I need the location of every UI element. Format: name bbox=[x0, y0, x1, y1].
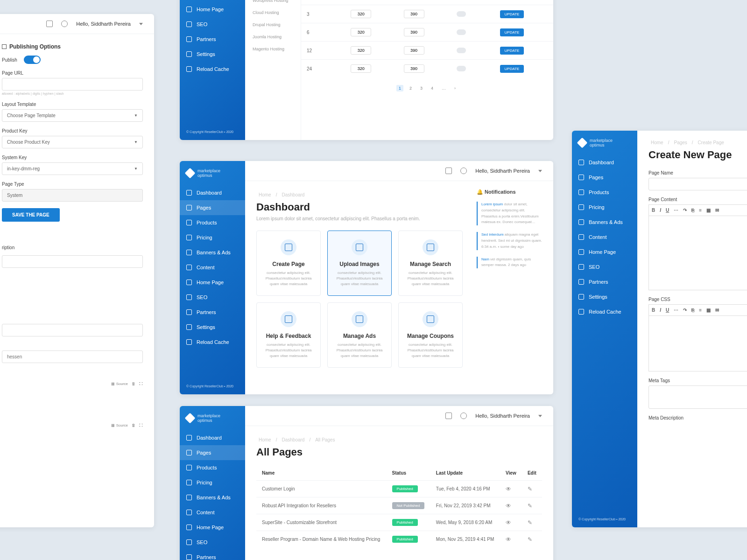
update-button[interactable]: UPDATE bbox=[500, 28, 524, 36]
sidebar-item-settings[interactable]: Settings bbox=[180, 47, 245, 62]
url-input[interactable] bbox=[2, 78, 143, 91]
mail-icon[interactable]: ✉ bbox=[715, 308, 719, 313]
italic-icon[interactable]: I bbox=[660, 208, 661, 213]
underline-icon[interactable]: U bbox=[666, 308, 669, 313]
more-icon[interactable]: ⋯ bbox=[674, 308, 678, 313]
sidebar-item-reload-cache[interactable]: Reload Cache bbox=[572, 304, 637, 319]
view-icon[interactable]: 👁 bbox=[506, 536, 511, 543]
dashboard-card[interactable]: Upload Imagesconsectetur adipiscing elit… bbox=[327, 231, 392, 296]
promo-toggle[interactable] bbox=[457, 11, 466, 17]
sidebar-item-home-page[interactable]: Home Page bbox=[180, 2, 245, 17]
update-button[interactable]: UPDATE bbox=[500, 10, 524, 18]
sidebar-item-pages[interactable]: Pages bbox=[180, 445, 245, 460]
sidebar-item-home-page[interactable]: Home Page bbox=[180, 520, 245, 535]
pagename-input[interactable] bbox=[648, 178, 747, 190]
sidebar-item-seo[interactable]: SEO bbox=[572, 259, 637, 274]
update-button[interactable]: UPDATE bbox=[500, 65, 524, 73]
sidebar-item-settings[interactable]: Settings bbox=[180, 320, 245, 335]
bold-icon[interactable]: B bbox=[652, 208, 655, 213]
page-num[interactable]: 3 bbox=[418, 85, 425, 91]
expand-icon-2[interactable]: ⛶ bbox=[139, 423, 143, 427]
sidebar-item-banners-ads[interactable]: Banners & Ads bbox=[180, 245, 245, 260]
sidebar-item-banners-ads[interactable]: Banners & Ads bbox=[572, 215, 637, 230]
sidebar-item-content[interactable]: Content bbox=[180, 260, 245, 275]
view-icon[interactable]: 👁 bbox=[506, 519, 511, 526]
sidebar-item-dashboard[interactable]: Dashboard bbox=[180, 185, 245, 200]
settings-icon[interactable] bbox=[460, 413, 467, 419]
hosting-item[interactable]: Joomla Hosting bbox=[245, 31, 301, 43]
more-icon[interactable]: ⋯ bbox=[674, 208, 678, 213]
renewal-input[interactable] bbox=[404, 28, 424, 36]
hessen-input[interactable] bbox=[2, 350, 143, 363]
chevron-down-icon[interactable] bbox=[538, 415, 542, 417]
settings-icon[interactable] bbox=[460, 168, 467, 174]
save-button[interactable]: SAVE THE PAGE bbox=[2, 208, 60, 222]
sidebar-item-dashboard[interactable]: Dashboard bbox=[180, 430, 245, 445]
hosting-item[interactable]: Drupal Hosting bbox=[245, 19, 301, 31]
promo-toggle[interactable] bbox=[457, 29, 466, 35]
dashboard-card[interactable]: Help & Feedbackconsectetur adipiscing el… bbox=[256, 302, 321, 368]
sidebar-item-partners[interactable]: Partners bbox=[180, 32, 245, 47]
sidebar-item-home-page[interactable]: Home Page bbox=[180, 275, 245, 290]
chevron-down-icon[interactable] bbox=[139, 23, 143, 25]
sidebar-item-pages[interactable]: Pages bbox=[180, 200, 245, 215]
sidebar-item-pages[interactable]: Pages bbox=[572, 170, 637, 185]
trash-icon-2[interactable]: 🗑 bbox=[132, 423, 135, 427]
mode-icon[interactable] bbox=[445, 413, 452, 419]
edit-icon[interactable]: ✎ bbox=[528, 503, 532, 509]
add-input[interactable] bbox=[351, 64, 371, 73]
page-num[interactable]: 2 bbox=[407, 85, 414, 91]
sidebar-item-products[interactable]: Products bbox=[180, 215, 245, 230]
layout-select[interactable]: Choose Page Template▼ bbox=[2, 109, 143, 122]
sidebar-item-banners-ads[interactable]: Banners & Ads bbox=[180, 490, 245, 505]
promo-toggle[interactable] bbox=[457, 48, 466, 53]
trash-icon[interactable]: 🗑 bbox=[132, 382, 135, 386]
desc-input[interactable] bbox=[2, 255, 143, 268]
source-link[interactable]: ▦ Source bbox=[111, 382, 128, 386]
redo-icon[interactable]: ↷ bbox=[683, 308, 687, 313]
edit-icon[interactable]: ✎ bbox=[528, 536, 532, 543]
add-input[interactable] bbox=[351, 28, 371, 36]
edit-icon[interactable]: ✎ bbox=[528, 486, 532, 492]
sidebar-item-home-page[interactable]: Home Page bbox=[572, 245, 637, 259]
product-select[interactable]: Choose Product Key▼ bbox=[2, 136, 143, 148]
redo-icon[interactable]: ↷ bbox=[683, 208, 687, 213]
renewal-input[interactable] bbox=[404, 46, 424, 55]
sidebar-item-seo[interactable]: SEO bbox=[180, 535, 245, 550]
sidebar-item-seo[interactable]: SEO bbox=[180, 17, 245, 32]
sidebar-item-dashboard[interactable]: Dashboard bbox=[572, 155, 637, 170]
grid-icon[interactable]: ▦ bbox=[706, 308, 711, 313]
page-num[interactable]: 4 bbox=[429, 85, 436, 91]
update-button[interactable]: UPDATE bbox=[500, 47, 524, 55]
extra-input-1[interactable] bbox=[2, 324, 143, 336]
hosting-item[interactable]: Cloud Hosting bbox=[245, 7, 301, 19]
list-icon[interactable]: ≡ bbox=[699, 308, 702, 313]
sidebar-item-reload-cache[interactable]: Reload Cache bbox=[180, 62, 245, 77]
list-icon[interactable]: ≡ bbox=[699, 208, 702, 213]
sidebar-item-settings[interactable]: Settings bbox=[572, 289, 637, 304]
bold-icon[interactable]: B bbox=[652, 308, 655, 313]
grid-icon[interactable]: ▦ bbox=[706, 208, 711, 213]
sidebar-item-products[interactable]: Products bbox=[572, 185, 637, 200]
sidebar-item-content[interactable]: Content bbox=[180, 505, 245, 520]
page-num[interactable]: 1 bbox=[396, 85, 403, 91]
hosting-item[interactable]: Wordpress Hosting bbox=[245, 0, 301, 7]
dashboard-card[interactable]: Manage Adsconsectetur adipiscing elit. P… bbox=[327, 302, 392, 368]
sidebar-item-partners[interactable]: Partners bbox=[180, 305, 245, 320]
notification-item[interactable]: Lorem ipsum dolor sit amet, consectetur … bbox=[477, 202, 542, 225]
sidebar-item-products[interactable]: Products bbox=[180, 460, 245, 475]
dashboard-card[interactable]: Create Pageconsectetur adipiscing elit. … bbox=[256, 231, 321, 296]
renewal-input[interactable] bbox=[404, 64, 424, 73]
clip-icon[interactable]: ⎘ bbox=[691, 208, 694, 213]
chevron-down-icon[interactable] bbox=[538, 170, 542, 172]
sidebar-item-pricing[interactable]: Pricing bbox=[180, 475, 245, 490]
settings-icon[interactable] bbox=[61, 21, 68, 27]
view-icon[interactable]: 👁 bbox=[506, 486, 511, 492]
sidebar-item-reload-cache[interactable]: Reload Cache bbox=[180, 335, 245, 350]
meta-input[interactable] bbox=[648, 385, 747, 409]
page-num[interactable]: › bbox=[452, 85, 458, 91]
view-icon[interactable]: 👁 bbox=[506, 503, 511, 509]
source-link-2[interactable]: ▦ Source bbox=[111, 423, 128, 427]
notification-item[interactable]: Sed interdum aliquam magna eget hendreri… bbox=[477, 232, 542, 250]
content-editor[interactable] bbox=[648, 216, 747, 290]
